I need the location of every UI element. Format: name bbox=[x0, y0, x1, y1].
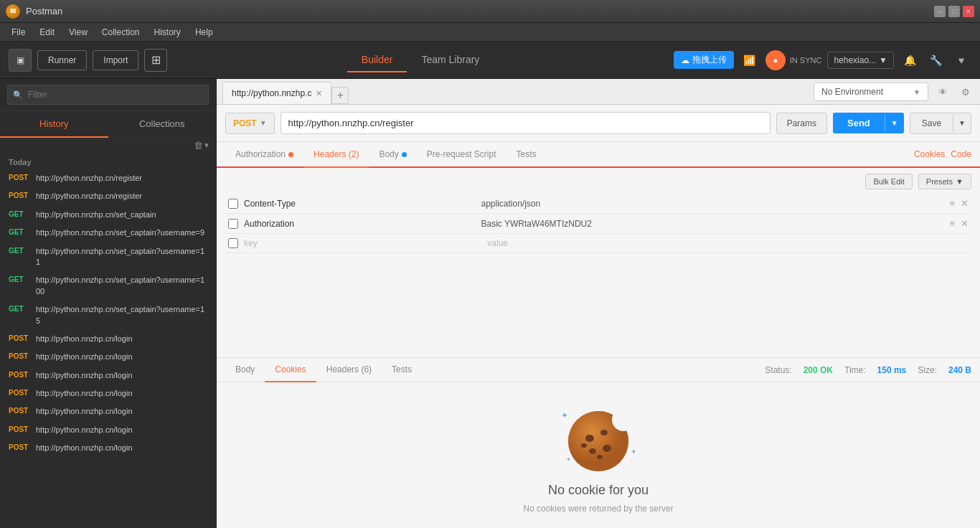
menu-collection[interactable]: Collection bbox=[96, 25, 146, 39]
url-bar: POST ▼ Params Send ▼ Save ▼ bbox=[217, 105, 980, 142]
resp-tab-headers[interactable]: Headers (6) bbox=[316, 358, 382, 382]
method-select[interactable]: POST ▼ bbox=[225, 113, 275, 134]
list-item[interactable]: GET http://python.nnzhp.cn/set_captain?u… bbox=[0, 242, 216, 272]
svg-point-11 bbox=[581, 443, 587, 448]
new-tab-icon: ⊞ bbox=[151, 53, 161, 67]
save-button[interactable]: Save ▼ bbox=[910, 113, 971, 134]
header-key-new[interactable]: key bbox=[244, 238, 481, 248]
header-delete-icon-1[interactable]: ✕ bbox=[961, 198, 969, 209]
filter-input[interactable] bbox=[7, 85, 209, 105]
item-url: http://python.nnzhp.cn/login bbox=[36, 388, 133, 399]
sidebar-toggle-button[interactable]: ▣ bbox=[9, 49, 32, 72]
header-delete-icon-2[interactable]: ✕ bbox=[961, 218, 969, 229]
dropdown-button[interactable]: ▼ bbox=[203, 141, 210, 149]
config-tab-body[interactable]: Body bbox=[369, 142, 416, 168]
method-label: POST bbox=[233, 118, 257, 128]
trash-button[interactable]: 🗑 bbox=[194, 140, 203, 151]
list-item[interactable]: GET http://python.nnzhp.cn/set_captain bbox=[0, 206, 216, 224]
list-item[interactable]: POST http://python.nnzhp.cn/register bbox=[0, 187, 216, 205]
bulk-edit-button[interactable]: Bulk Edit bbox=[865, 174, 912, 189]
toolbar: ▣ Runner Import ⊞ Builder Team Library ☁… bbox=[0, 42, 980, 79]
menu-help[interactable]: Help bbox=[189, 25, 219, 39]
header-checkbox-2[interactable] bbox=[228, 219, 238, 229]
send-label: Send bbox=[833, 113, 885, 133]
cookie-illustration: ✦ ✦ ✦ ✦ bbox=[555, 397, 641, 483]
request-tab-active[interactable]: http://python.nnzhp.c ✕ bbox=[222, 82, 331, 104]
close-tab-button[interactable]: ✕ bbox=[316, 89, 322, 98]
list-item[interactable]: POST http://python.nnzhp.cn/login bbox=[0, 421, 216, 439]
menu-history[interactable]: History bbox=[149, 25, 187, 39]
menu-view[interactable]: View bbox=[63, 25, 93, 39]
header-checkbox-1[interactable] bbox=[228, 199, 238, 209]
wrench-button[interactable]: 🔧 bbox=[925, 50, 946, 70]
list-item[interactable]: POST http://python.nnzhp.cn/login bbox=[0, 367, 216, 385]
response-status: Status: 200 OK Time: 150 ms Size: 240 B bbox=[765, 365, 971, 375]
list-item[interactable]: POST http://python.nnzhp.cn/login bbox=[0, 385, 216, 402]
sidebar-tab-collections[interactable]: Collections bbox=[108, 111, 217, 138]
list-item[interactable]: POST http://python.nnzhp.cn/login bbox=[0, 402, 216, 420]
list-item[interactable]: GET http://python.nnzhp.cn/set_captain?u… bbox=[0, 301, 216, 330]
tab-builder[interactable]: Builder bbox=[347, 48, 407, 72]
item-url: http://python.nnzhp.cn/login bbox=[36, 425, 133, 435]
header-checkbox-new[interactable] bbox=[228, 238, 238, 248]
menubar: File Edit View Collection History Help bbox=[0, 23, 980, 42]
user-dropdown[interactable]: hehexiao... ▼ bbox=[827, 52, 894, 69]
svg-point-8 bbox=[600, 430, 608, 435]
item-url: http://python.nnzhp.cn/set_captain?usern… bbox=[36, 246, 207, 268]
cloud-upload-button[interactable]: ☁ 拖拽上传 bbox=[674, 51, 734, 69]
url-input[interactable] bbox=[281, 112, 771, 134]
cloud-upload-label: 拖拽上传 bbox=[692, 54, 727, 66]
presets-label: Presets bbox=[926, 177, 953, 186]
env-eye-button[interactable]: 👁 bbox=[934, 83, 951, 100]
send-arrow-icon: ▼ bbox=[885, 114, 904, 132]
list-item[interactable]: POST http://python.nnzhp.cn/login bbox=[0, 348, 216, 366]
code-link[interactable]: Code bbox=[951, 149, 971, 159]
params-button[interactable]: Params bbox=[776, 113, 827, 134]
env-gear-button[interactable]: ⚙ bbox=[957, 83, 974, 100]
svg-point-10 bbox=[589, 448, 596, 454]
minimize-button[interactable]: ─ bbox=[934, 6, 946, 17]
header-actions-1: ≡ ✕ bbox=[949, 198, 969, 209]
method-arrow-icon: ▼ bbox=[260, 119, 267, 127]
search-icon: 🔍 bbox=[13, 90, 23, 100]
config-tab-headers[interactable]: Headers (2) bbox=[303, 142, 369, 168]
list-item[interactable]: POST http://python.nnzhp.cn/register bbox=[0, 169, 216, 187]
cookies-link[interactable]: Cookies bbox=[914, 149, 945, 159]
time-label: Time: bbox=[844, 365, 866, 375]
list-item[interactable]: GET http://python.nnzhp.cn/set_captain?u… bbox=[0, 271, 216, 301]
list-item[interactable]: GET http://python.nnzhp.cn/set_captain?u… bbox=[0, 224, 216, 242]
send-button[interactable]: Send ▼ bbox=[833, 113, 904, 133]
config-tab-tests[interactable]: Tests bbox=[506, 142, 546, 168]
config-tab-prerequest[interactable]: Pre-request Script bbox=[417, 142, 507, 168]
method-badge: POST bbox=[9, 443, 32, 451]
env-controls: No Environment ▼ 👁 ⚙ bbox=[814, 82, 974, 104]
bell-button[interactable]: 🔔 bbox=[900, 50, 920, 70]
header-reorder-icon-2[interactable]: ≡ bbox=[949, 218, 955, 229]
add-tab-button[interactable]: + bbox=[331, 87, 349, 104]
maximize-button[interactable]: □ bbox=[948, 6, 960, 17]
menu-file[interactable]: File bbox=[6, 25, 31, 39]
header-reorder-icon-1[interactable]: ≡ bbox=[949, 198, 955, 209]
new-tab-button[interactable]: ⊞ bbox=[144, 49, 167, 72]
header-value-2: Basic YWRtaW46MTIzNDU2 bbox=[481, 219, 943, 229]
sidebar-tab-history[interactable]: History bbox=[0, 111, 108, 138]
list-item[interactable]: POST http://python.nnzhp.cn/login bbox=[0, 330, 216, 348]
menu-edit[interactable]: Edit bbox=[34, 25, 60, 39]
config-tab-authorization[interactable]: Authorization bbox=[225, 142, 303, 168]
list-item[interactable]: POST http://python.nnzhp.cn/login bbox=[0, 439, 216, 457]
history-list: Today POST http://python.nnzhp.cn/regist… bbox=[0, 152, 216, 528]
runner-button[interactable]: Runner bbox=[37, 50, 87, 70]
tab-team-library[interactable]: Team Library bbox=[407, 48, 494, 72]
close-button[interactable]: ✕ bbox=[963, 6, 974, 17]
header-value-new[interactable]: value bbox=[487, 238, 963, 248]
no-cookie-title: No cookie for you bbox=[548, 483, 649, 498]
import-button[interactable]: Import bbox=[93, 50, 138, 70]
resp-tab-body[interactable]: Body bbox=[225, 358, 265, 382]
svg-text:✦: ✦ bbox=[631, 448, 636, 456]
resp-tab-cookies[interactable]: Cookies bbox=[265, 358, 316, 382]
wifi-icon-button[interactable]: 📶 bbox=[740, 50, 760, 70]
presets-button[interactable]: Presets ▼ bbox=[918, 174, 971, 189]
heart-button[interactable]: ♥ bbox=[951, 50, 971, 70]
env-selector[interactable]: No Environment ▼ bbox=[814, 82, 928, 101]
resp-tab-tests[interactable]: Tests bbox=[382, 358, 422, 382]
